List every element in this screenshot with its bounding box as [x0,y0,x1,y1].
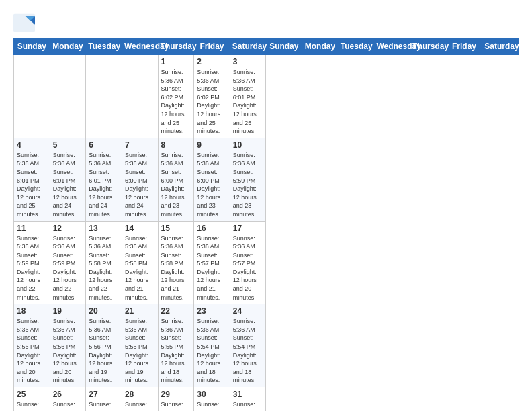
day-info: Sunrise: 5:36 AM Sunset: 5:53 PM Dayligh… [17,400,47,411]
day-info: Sunrise: 5:36 AM Sunset: 5:59 PM Dayligh… [233,151,263,219]
day-header-saturday: Saturday [230,38,266,55]
day-info: Sunrise: 5:36 AM Sunset: 6:01 PM Dayligh… [89,151,119,219]
calendar-cell: 15Sunrise: 5:36 AM Sunset: 5:58 PM Dayli… [158,221,194,304]
day-info: Sunrise: 5:36 AM Sunset: 5:54 PM Dayligh… [197,317,227,385]
day-number: 20 [89,306,119,316]
calendar-cell: 11Sunrise: 5:36 AM Sunset: 5:59 PM Dayli… [14,221,50,304]
calendar-week-1: 1Sunrise: 5:36 AM Sunset: 6:02 PM Daylig… [14,55,519,138]
day-number: 11 [17,224,47,233]
day-info: Sunrise: 5:36 AM Sunset: 5:53 PM Dayligh… [53,400,83,411]
day-info: Sunrise: 5:36 AM Sunset: 6:00 PM Dayligh… [125,151,155,219]
calendar-cell: 29Sunrise: 5:35 AM Sunset: 5:52 PM Dayli… [158,387,194,412]
day-info: Sunrise: 5:36 AM Sunset: 6:01 PM Dayligh… [233,68,263,136]
calendar-cell: 12Sunrise: 5:36 AM Sunset: 5:59 PM Dayli… [50,221,86,304]
calendar-cell: 28Sunrise: 5:35 AM Sunset: 5:52 PM Dayli… [122,387,158,412]
calendar-cell: 7Sunrise: 5:36 AM Sunset: 6:00 PM Daylig… [122,138,158,221]
calendar-cell: 26Sunrise: 5:36 AM Sunset: 5:53 PM Dayli… [50,387,86,412]
calendar-week-4: 18Sunrise: 5:36 AM Sunset: 5:56 PM Dayli… [14,304,519,387]
calendar-cell: 22Sunrise: 5:36 AM Sunset: 5:55 PM Dayli… [158,304,194,387]
day-header-thursday: Thursday [158,38,194,55]
day-number: 4 [17,140,47,150]
calendar-cell [14,55,50,138]
calendar-cell [122,55,158,138]
calendar-cell: 18Sunrise: 5:36 AM Sunset: 5:56 PM Dayli… [14,304,50,387]
calendar-cell [86,55,122,138]
day-number: 3 [233,57,263,66]
day-number: 25 [17,390,47,399]
day-header-sunday: Sunday [14,38,50,55]
day-info: Sunrise: 5:36 AM Sunset: 6:00 PM Dayligh… [197,151,227,219]
calendar-cell: 31Sunrise: 5:35 AM Sunset: 5:51 PM Dayli… [230,387,266,412]
day-info: Sunrise: 5:36 AM Sunset: 6:01 PM Dayligh… [17,151,47,219]
day-number: 9 [197,140,227,150]
day-number: 31 [233,390,263,399]
calendar-cell: 4Sunrise: 5:36 AM Sunset: 6:01 PM Daylig… [14,138,50,221]
day-number: 22 [161,306,191,316]
day-number: 21 [125,306,155,316]
day-header-wednesday: Wednesday [374,38,410,55]
day-header-friday: Friday [194,38,230,55]
day-info: Sunrise: 5:35 AM Sunset: 5:52 PM Dayligh… [125,400,155,411]
day-info: Sunrise: 5:36 AM Sunset: 5:58 PM Dayligh… [161,234,191,302]
calendar-week-5: 25Sunrise: 5:36 AM Sunset: 5:53 PM Dayli… [14,387,519,412]
calendar-cell: 1Sunrise: 5:36 AM Sunset: 6:02 PM Daylig… [158,55,194,138]
day-info: Sunrise: 5:36 AM Sunset: 5:55 PM Dayligh… [125,317,155,385]
calendar-cell: 2Sunrise: 5:36 AM Sunset: 6:02 PM Daylig… [194,55,230,138]
logo [13,13,38,32]
day-info: Sunrise: 5:36 AM Sunset: 5:57 PM Dayligh… [197,234,227,302]
calendar-cell: 25Sunrise: 5:36 AM Sunset: 5:53 PM Dayli… [14,387,50,412]
calendar-cell: 3Sunrise: 5:36 AM Sunset: 6:01 PM Daylig… [230,55,266,138]
day-number: 19 [53,306,83,316]
calendar-cell: 6Sunrise: 5:36 AM Sunset: 6:01 PM Daylig… [86,138,122,221]
day-info: Sunrise: 5:36 AM Sunset: 5:57 PM Dayligh… [233,234,263,302]
day-number: 23 [197,306,227,316]
day-number: 18 [17,306,47,316]
calendar-cell: 5Sunrise: 5:36 AM Sunset: 6:01 PM Daylig… [50,138,86,221]
day-number: 16 [197,224,227,233]
calendar-header-row: SundayMondayTuesdayWednesdayThursdayFrid… [14,38,519,55]
day-info: Sunrise: 5:35 AM Sunset: 5:53 PM Dayligh… [89,400,119,411]
calendar-cell: 30Sunrise: 5:35 AM Sunset: 5:51 PM Dayli… [194,387,230,412]
day-number: 30 [197,390,227,399]
day-header-tuesday: Tuesday [86,38,122,55]
day-number: 14 [125,224,155,233]
calendar-cell: 9Sunrise: 5:36 AM Sunset: 6:00 PM Daylig… [194,138,230,221]
calendar-cell: 16Sunrise: 5:36 AM Sunset: 5:57 PM Dayli… [194,221,230,304]
day-header-thursday: Thursday [410,38,447,55]
page-header [13,13,519,32]
calendar-cell: 24Sunrise: 5:36 AM Sunset: 5:54 PM Dayli… [230,304,266,387]
calendar-cell: 23Sunrise: 5:36 AM Sunset: 5:54 PM Dayli… [194,304,230,387]
day-number: 26 [53,390,83,399]
day-info: Sunrise: 5:36 AM Sunset: 5:56 PM Dayligh… [89,317,119,385]
day-number: 8 [161,140,191,150]
day-number: 7 [125,140,155,150]
day-number: 2 [197,57,227,66]
calendar-cell: 10Sunrise: 5:36 AM Sunset: 5:59 PM Dayli… [230,138,266,221]
day-info: Sunrise: 5:36 AM Sunset: 5:55 PM Dayligh… [161,317,191,385]
calendar-table: SundayMondayTuesdayWednesdayThursdayFrid… [13,38,519,411]
day-info: Sunrise: 5:36 AM Sunset: 6:02 PM Dayligh… [197,68,227,136]
calendar-week-2: 4Sunrise: 5:36 AM Sunset: 6:01 PM Daylig… [14,138,519,221]
day-info: Sunrise: 5:36 AM Sunset: 5:56 PM Dayligh… [17,317,47,385]
day-header-monday: Monday [302,38,339,55]
day-header-sunday: Sunday [266,38,302,55]
day-number: 1 [161,57,191,66]
day-info: Sunrise: 5:36 AM Sunset: 5:59 PM Dayligh… [53,234,83,302]
calendar-cell: 21Sunrise: 5:36 AM Sunset: 5:55 PM Dayli… [122,304,158,387]
calendar-cell: 20Sunrise: 5:36 AM Sunset: 5:56 PM Dayli… [86,304,122,387]
calendar-cell [50,55,86,138]
day-number: 17 [233,224,263,233]
day-header-tuesday: Tuesday [338,38,374,55]
day-info: Sunrise: 5:36 AM Sunset: 6:01 PM Dayligh… [53,151,83,219]
calendar-cell: 27Sunrise: 5:35 AM Sunset: 5:53 PM Dayli… [86,387,122,412]
day-info: Sunrise: 5:36 AM Sunset: 5:56 PM Dayligh… [53,317,83,385]
day-info: Sunrise: 5:36 AM Sunset: 5:59 PM Dayligh… [17,234,47,302]
day-number: 6 [89,140,119,150]
day-info: Sunrise: 5:35 AM Sunset: 5:51 PM Dayligh… [233,400,263,411]
day-header-wednesday: Wednesday [122,38,158,55]
day-info: Sunrise: 5:36 AM Sunset: 5:58 PM Dayligh… [125,234,155,302]
calendar-week-3: 11Sunrise: 5:36 AM Sunset: 5:59 PM Dayli… [14,221,519,304]
calendar-cell: 13Sunrise: 5:36 AM Sunset: 5:58 PM Dayli… [86,221,122,304]
day-number: 10 [233,140,263,150]
day-header-monday: Monday [50,38,86,55]
